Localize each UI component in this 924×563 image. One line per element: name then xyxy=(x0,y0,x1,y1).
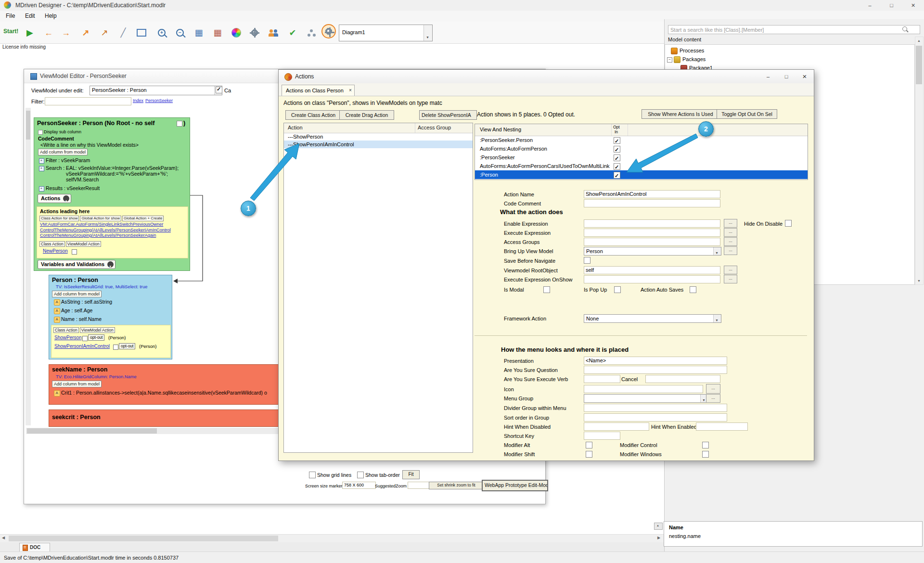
variables-validations-button[interactable]: Variables and Validations xyxy=(38,260,116,269)
class-action-for-show-button[interactable]: Class Action for show xyxy=(39,216,79,221)
showperson-optout-button[interactable]: opt-out xyxy=(88,334,104,341)
onshow-ellipsis-button[interactable]: ... xyxy=(724,275,737,283)
rootobject-ellipsis-button[interactable]: ... xyxy=(724,266,737,274)
leading-link-iamincontrol[interactable]: ControlTheMenuGrouping/AtAllLevels/Perso… xyxy=(40,228,171,233)
nesting-row-3[interactable]: AutoForms:AutoFormPersonCarsIUsedToOwnMu… xyxy=(475,162,808,170)
chevron-down-icon[interactable] xyxy=(713,315,721,322)
frame-tool-icon[interactable] xyxy=(134,26,149,40)
col-view-and-nesting[interactable]: View And Nesting xyxy=(480,127,521,132)
vm-filter-input[interactable] xyxy=(45,97,131,105)
bring-up-ellipsis-button[interactable]: ... xyxy=(724,246,737,255)
modifier-shift-checkbox[interactable] xyxy=(586,451,592,458)
show-where-used-button[interactable]: Show Where Actions Is Used xyxy=(642,109,719,119)
divider-group-input[interactable] xyxy=(584,404,727,412)
collapse-panel-button[interactable] xyxy=(654,523,663,530)
person-tagged-values[interactable]: TV: IsSeekerResultGrid: true, MultiSelec… xyxy=(56,284,147,289)
action-list-row-1[interactable]: ---ShowPersonIAmInControl xyxy=(284,141,473,148)
viewmodel-under-edit-select[interactable]: PersonSeeker : Person xyxy=(90,86,222,95)
actions-collapse-button[interactable]: Actions xyxy=(38,194,71,203)
personseeker-panel[interactable]: PersonSeeker : Person (No Root - no self… xyxy=(34,117,190,271)
seekname-crit-row[interactable]: Crit1 : Person.allinstances->select(a|a.… xyxy=(61,390,267,396)
grid-view-icon[interactable]: ▦ xyxy=(192,26,206,40)
minimize-button[interactable] xyxy=(859,0,881,11)
action-name-input[interactable]: ShowPersonIAmInControl xyxy=(584,190,720,198)
forward-arrow-icon[interactable]: → xyxy=(59,26,73,40)
menu-file[interactable]: File xyxy=(6,13,15,19)
menu-group-select[interactable] xyxy=(584,394,708,403)
person-panel[interactable]: Person : Person TV: IsSeekerResultGrid: … xyxy=(49,275,172,359)
form-view-icon[interactable]: ▦ xyxy=(210,26,225,40)
hide-on-disable-checkbox[interactable] xyxy=(785,220,792,227)
opt-in-checkbox[interactable] xyxy=(614,154,620,161)
shortcut-key-input[interactable] xyxy=(584,432,620,440)
viewmodel-action-button[interactable]: ViewModel Action xyxy=(66,241,101,247)
expand-icon[interactable] xyxy=(39,166,44,171)
maximize-button[interactable] xyxy=(881,0,902,11)
icon-input[interactable] xyxy=(584,385,703,393)
dialog-maximize-button[interactable] xyxy=(777,70,796,83)
execute-onshow-input[interactable] xyxy=(584,275,720,283)
create-class-action-button[interactable]: Create Class Action xyxy=(285,110,341,120)
execute-expression-ellipsis-button[interactable]: ... xyxy=(724,228,737,237)
play-icon[interactable]: ▶ xyxy=(23,26,37,40)
fit-button[interactable]: Fit xyxy=(402,470,420,479)
global-action-for-show-button[interactable]: Global Action for show xyxy=(80,216,121,221)
seekname-tagged-values[interactable]: TV: Eco.HiliteGridColumn: Person.Name xyxy=(56,374,137,379)
cancel-verb-input[interactable] xyxy=(645,375,720,383)
display-sub-column-checkbox[interactable] xyxy=(38,130,43,135)
canvas-hscrollbar[interactable]: ◀ ▶ xyxy=(0,534,664,543)
execute-expression-input[interactable] xyxy=(584,229,720,237)
tree-item-packages[interactable]: − Packages xyxy=(665,55,914,64)
tab-actions-on-class-person[interactable]: Actions on Class Person xyxy=(282,85,355,96)
gear-icon[interactable] xyxy=(247,26,262,40)
are-you-sure-question-input[interactable] xyxy=(584,366,727,374)
chevron-down-icon[interactable] xyxy=(424,25,432,41)
hint-disabled-input[interactable] xyxy=(584,422,649,431)
are-you-sure-verb-input[interactable] xyxy=(584,375,620,383)
screen-size-input[interactable]: 758 X 600 xyxy=(342,482,376,489)
start-button[interactable]: Start! xyxy=(3,28,18,35)
col-access-group[interactable]: Access Group xyxy=(418,125,451,130)
property-name-value[interactable]: nesting.name xyxy=(669,533,701,539)
opt-in-checkbox[interactable] xyxy=(614,146,620,153)
person-row-asstring[interactable]: AsString : self.asString xyxy=(61,299,112,305)
link-arrow-icon[interactable]: ↗ xyxy=(97,26,112,40)
zoom-out-icon[interactable]: − xyxy=(173,26,187,40)
delete-action-button[interactable]: Delete ShowPersonIA xyxy=(419,110,477,120)
tree-scrollbar[interactable]: ▲ ▼ xyxy=(915,37,924,285)
enable-expression-input[interactable] xyxy=(584,219,720,228)
nesting-row-0[interactable]: :PersonSeeker.Person xyxy=(475,136,808,144)
model-search-input[interactable] xyxy=(668,25,920,34)
diagram-selector[interactable]: Diagram1 xyxy=(339,25,433,41)
nesting-row-1[interactable]: AutoForms:AutoFormPerson xyxy=(475,144,808,153)
zoom-in-icon[interactable]: + xyxy=(154,26,169,40)
showperson-link[interactable]: ShowPerson xyxy=(54,335,82,340)
check-icon[interactable]: ✔ xyxy=(285,26,300,40)
expand-icon[interactable] xyxy=(39,158,44,164)
nesting-row-4[interactable]: :Person xyxy=(475,170,808,179)
add-column-button[interactable]: Add column from model xyxy=(38,149,88,155)
hint-enabled-input[interactable] xyxy=(696,422,748,431)
is-modal-checkbox[interactable] xyxy=(543,286,550,293)
opt-in-checkbox[interactable] xyxy=(614,137,620,144)
menu-group-ellipsis-button[interactable]: ... xyxy=(706,394,720,403)
color-wheel-icon[interactable] xyxy=(229,26,244,40)
sort-order-input[interactable] xyxy=(584,413,727,422)
showpersoniamincontrol-optout-button[interactable]: opt-out xyxy=(119,343,135,349)
global-action-create-button[interactable]: Global Action + Create xyxy=(122,216,164,221)
leading-link-autoformcar[interactable]: VM:AutoFormCar.AutoForms/SingleLinkSwitc… xyxy=(40,222,171,228)
access-groups-ellipsis-button[interactable]: ... xyxy=(724,237,737,246)
dialog-close-button[interactable] xyxy=(796,70,814,83)
is-popup-checkbox[interactable] xyxy=(614,286,621,293)
bring-up-view-model-select[interactable]: Person xyxy=(584,247,721,256)
doc-tab[interactable]: DOC xyxy=(19,543,50,552)
tree-scrollbar-thumb[interactable] xyxy=(916,46,922,84)
show-grid-lines-checkbox[interactable] xyxy=(309,472,316,478)
active-gear-icon[interactable] xyxy=(321,24,336,38)
enable-expression-ellipsis-button[interactable]: ... xyxy=(724,219,737,228)
toggle-opt-out-button[interactable]: Toggle Opt Out On Sel xyxy=(717,109,777,119)
access-groups-input[interactable] xyxy=(584,238,720,246)
save-before-navigate-checkbox[interactable] xyxy=(584,257,590,264)
menu-edit[interactable]: Edit xyxy=(25,13,35,19)
no-root-checkbox[interactable] xyxy=(177,121,182,127)
